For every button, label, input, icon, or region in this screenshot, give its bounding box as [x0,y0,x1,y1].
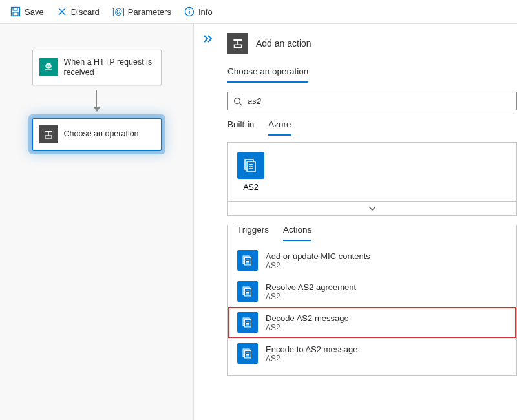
action-title: Add or update MIC contents [266,251,370,261]
action-title: Decode AS2 message [266,313,349,323]
action-item[interactable]: Encode to AS2 messageAS2 [228,338,516,369]
svg-rect-10 [233,39,242,41]
trigger-node[interactable]: When a HTTP request is received [32,50,162,85]
search-box[interactable] [227,92,517,110]
trigger-label: When a HTTP request is received [64,57,154,78]
main: When a HTTP request is received Choose a… [0,24,517,420]
info-button[interactable]: Info [179,4,218,19]
connector-name: AS2 [243,183,258,192]
action-subtitle: AS2 [266,323,349,332]
choose-operation-node[interactable]: Choose an operation [32,118,162,151]
search-input[interactable] [248,96,511,106]
expand-connectors-bar[interactable] [227,202,517,216]
tab-triggers[interactable]: Triggers [237,225,269,241]
as2-action-icon [237,312,258,333]
action-item[interactable]: Decode AS2 messageAS2 [228,307,516,338]
save-icon [10,6,21,17]
action-item[interactable]: Resolve AS2 agreementAS2 [228,276,516,307]
designer-canvas: When a HTTP request is received Choose a… [0,24,194,420]
save-button[interactable]: Save [5,4,49,19]
action-title: Encode to AS2 message [266,344,357,354]
panel-header-icon [227,33,248,54]
svg-rect-9 [45,136,52,138]
svg-point-5 [189,9,190,10]
action-subtitle: AS2 [266,354,357,363]
save-label: Save [25,7,44,17]
http-request-icon [39,58,58,76]
action-subtitle: AS2 [266,292,356,301]
panel-header: Add an action [227,33,517,54]
panel-title: Add an action [256,38,311,48]
collapse-icon[interactable] [203,34,215,43]
tab-azure[interactable]: Azure [268,120,291,136]
operation-icon [39,125,58,143]
connector-source-tabs: Built-in Azure [227,120,517,136]
as2-action-icon [237,250,258,271]
as2-action-icon [237,281,258,302]
info-label: Info [198,7,213,17]
connector-arrow [94,90,100,112]
connector-results: AS2 [227,142,517,202]
parameters-label: Parameters [128,7,171,17]
action-subtitle: AS2 [266,261,370,270]
choose-operation-title: Choose an operation [227,67,308,83]
search-icon [233,97,242,106]
as2-connector-icon [237,152,264,179]
connector-tile-as2[interactable]: AS2 [237,152,264,192]
svg-point-12 [235,98,240,103]
tab-actions[interactable]: Actions [283,225,311,241]
action-title: Resolve AS2 agreement [266,282,356,292]
as2-action-icon [237,343,258,364]
parameters-icon: [@] [112,6,124,17]
action-panel: Add an action Choose an operation Built-… [194,24,517,420]
svg-rect-6 [189,11,189,14]
info-icon [184,6,195,17]
chevron-down-icon [368,205,377,212]
svg-rect-1 [13,8,17,10]
tab-builtin[interactable]: Built-in [227,120,254,136]
toolbar: Save Discard [@] Parameters Info [0,0,517,24]
close-icon [57,6,67,17]
svg-text:[@]: [@] [112,7,124,16]
action-item[interactable]: Add or update MIC contentsAS2 [228,245,516,276]
action-list: Add or update MIC contentsAS2Resolve AS2… [228,241,516,375]
discard-button[interactable]: Discard [52,4,105,19]
svg-rect-11 [234,45,241,47]
svg-rect-8 [45,131,52,132]
trigger-action-tabs: Triggers Actions [228,225,516,241]
choose-operation-label: Choose an operation [64,129,139,139]
parameters-button[interactable]: [@] Parameters [107,4,176,19]
svg-rect-2 [13,12,18,16]
discard-label: Discard [71,7,100,17]
